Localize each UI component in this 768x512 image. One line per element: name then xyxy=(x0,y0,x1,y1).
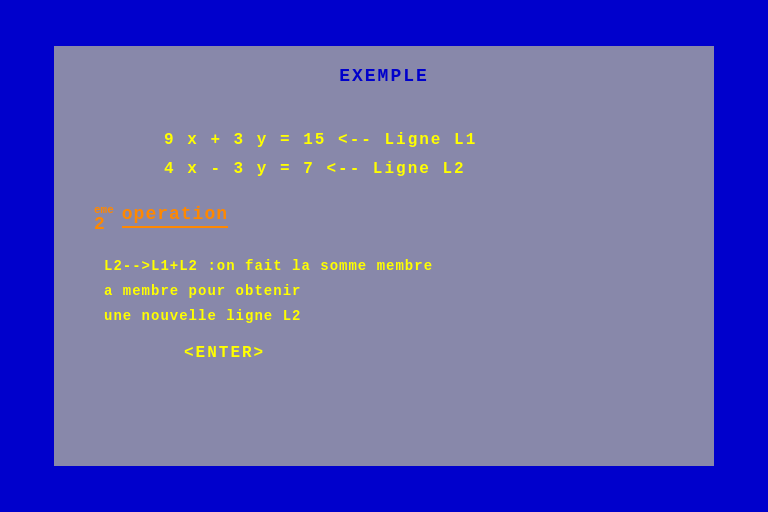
equations-block: 9 x + 3 y = 15 <-- Ligne L1 4 x - 3 y = … xyxy=(164,126,684,184)
enter-label[interactable]: <ENTER> xyxy=(184,344,684,362)
desc-line-1: L2-->L1+L2 :on fait la somme membre xyxy=(104,254,684,279)
page-title: EXEMPLE xyxy=(84,66,684,86)
operation-underline xyxy=(122,226,228,228)
equation-line-1: 9 x + 3 y = 15 <-- Ligne L1 xyxy=(164,126,684,155)
operation-text-wrapper: operation xyxy=(122,204,228,228)
operation-text: operation xyxy=(122,204,228,224)
equation-line-2: 4 x - 3 y = 7 <-- Ligne L2 xyxy=(164,155,684,184)
description-block: L2-->L1+L2 :on fait la somme membre a me… xyxy=(104,254,684,330)
desc-line-2: a membre pour obtenir xyxy=(104,279,684,304)
ordinal-container: eme 2 xyxy=(94,204,114,234)
ordinal-number: 2 xyxy=(94,214,105,234)
main-panel: EXEMPLE 9 x + 3 y = 15 <-- Ligne L1 4 x … xyxy=(54,46,714,466)
desc-line-3: une nouvelle ligne L2 xyxy=(104,304,684,329)
operation-line: eme 2 operation xyxy=(94,204,684,234)
